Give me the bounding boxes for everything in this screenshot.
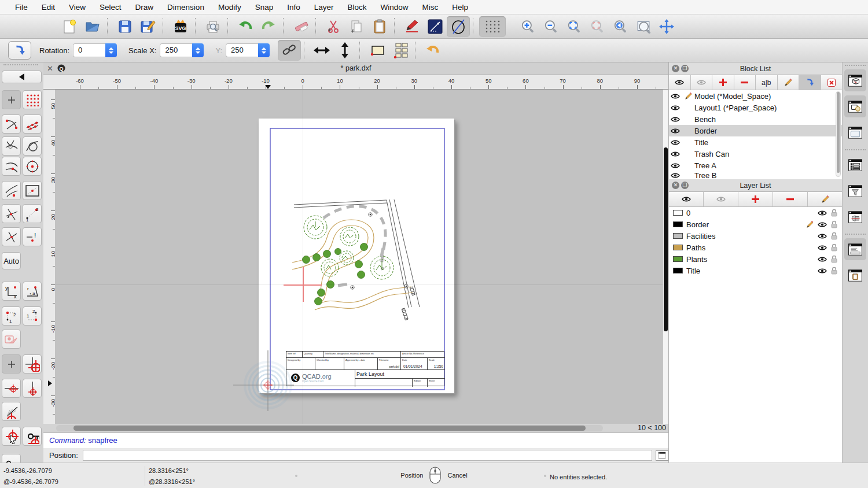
- visibility-eye-icon[interactable]: [818, 210, 827, 216]
- restrict-off-button[interactable]: [2, 330, 21, 349]
- layer-row-facilities[interactable]: Facilities: [669, 230, 842, 242]
- visibility-eye-icon[interactable]: [669, 139, 682, 146]
- block-hide-all-button[interactable]: [691, 75, 713, 90]
- layer-show-all-button[interactable]: [669, 192, 704, 206]
- layer-edit-button[interactable]: [808, 192, 842, 206]
- visibility-eye-icon[interactable]: [669, 151, 682, 157]
- block-row-border[interactable]: Border: [669, 125, 842, 136]
- restrict-orthogonal-button[interactable]: [23, 354, 42, 374]
- undo-last-button[interactable]: [421, 40, 444, 61]
- visibility-eye-icon[interactable]: [669, 105, 682, 111]
- new-file-button[interactable]: [58, 16, 81, 37]
- lock-icon[interactable]: [831, 209, 837, 217]
- layer-row-border[interactable]: Border: [669, 219, 842, 230]
- restrict-horizontal-button[interactable]: [2, 379, 21, 398]
- snap-on-entity-button[interactable]: [23, 114, 42, 134]
- save-button[interactable]: [113, 16, 137, 37]
- block-insert-button[interactable]: [799, 75, 821, 90]
- menu-view[interactable]: View: [62, 3, 93, 12]
- snap-cross-button[interactable]: [2, 227, 21, 246]
- draw-pencil-button[interactable]: [400, 16, 424, 37]
- layer-remove-button[interactable]: [773, 192, 808, 206]
- svg-export-button[interactable]: SVG: [169, 16, 192, 37]
- flip-horizontal-button[interactable]: [310, 40, 333, 61]
- menu-draw[interactable]: Draw: [128, 3, 161, 12]
- layer-row-0[interactable]: 0: [669, 207, 842, 219]
- palette-handle[interactable]: [3, 64, 38, 65]
- menu-file[interactable]: File: [8, 3, 35, 12]
- block-row-model[interactable]: Model (*Model_Space): [669, 90, 842, 102]
- canvas-horizontal-scrollbar-thumb[interactable]: [73, 426, 586, 431]
- scale-x-value[interactable]: 250: [160, 43, 192, 57]
- set-relative-zero-button[interactable]: [2, 427, 21, 446]
- position-input[interactable]: [83, 450, 652, 461]
- visibility-eye-icon[interactable]: [818, 256, 827, 263]
- canvas-vertical-scrollbar-thumb[interactable]: [664, 147, 668, 331]
- redo-button[interactable]: [257, 16, 280, 37]
- rotation-stepper[interactable]: [105, 43, 117, 57]
- scale-x-spinner[interactable]: 250: [160, 43, 204, 57]
- save-as-button[interactable]: [137, 16, 160, 37]
- snap-center-button[interactable]: [23, 157, 42, 176]
- undo-button[interactable]: [234, 16, 257, 37]
- document-tab-title[interactable]: * park.dxf: [43, 64, 668, 72]
- restrict-angle-button[interactable]: [2, 402, 21, 421]
- cut-button[interactable]: [322, 16, 345, 37]
- visibility-eye-icon[interactable]: [669, 172, 682, 179]
- block-rename-button[interactable]: a|b: [756, 75, 778, 90]
- view-list-panel-button[interactable]: [844, 206, 866, 228]
- command-line-toggle-button[interactable]: [656, 450, 668, 461]
- snap-auto-button[interactable]: Auto: [2, 252, 21, 269]
- lock-icon[interactable]: [831, 220, 837, 228]
- paste-button[interactable]: [368, 16, 391, 37]
- canvas-horizontal-scrollbar[interactable]: [56, 425, 603, 431]
- scale-y-stepper[interactable]: [258, 43, 270, 57]
- drawing-canvas[interactable]: Item ref Quantity Title/Name, designatio…: [55, 90, 668, 424]
- lock-icon[interactable]: [831, 232, 837, 240]
- block-show-all-button[interactable]: [669, 75, 691, 90]
- menu-select[interactable]: Select: [93, 3, 128, 12]
- menu-dimension[interactable]: Dimension: [160, 3, 211, 12]
- erase-button[interactable]: [289, 16, 312, 37]
- block-purge-button[interactable]: [821, 75, 843, 90]
- circle-tool-button[interactable]: [447, 16, 470, 37]
- block-row-layout1[interactable]: Layout1 (*Paper_Space): [669, 102, 842, 113]
- menu-window[interactable]: Window: [374, 3, 415, 12]
- layer-row-paths[interactable]: Paths: [669, 242, 842, 253]
- menu-misc[interactable]: Misc: [415, 3, 446, 12]
- scale-y-spinner[interactable]: 250: [226, 43, 270, 57]
- snap-endpoints-button[interactable]: [2, 114, 21, 134]
- zoom-window-button[interactable]: [632, 16, 655, 37]
- insert-array-button[interactable]: [389, 40, 412, 61]
- block-add-button[interactable]: [712, 75, 734, 90]
- menu-help[interactable]: Help: [445, 3, 475, 12]
- coordinate-relative-button[interactable]: 12: [2, 306, 21, 326]
- lock-icon[interactable]: [831, 267, 837, 275]
- view-previous-button[interactable]: [609, 16, 632, 37]
- lock-icon[interactable]: [831, 243, 837, 252]
- scale-y-value[interactable]: 250: [226, 43, 258, 57]
- layer-row-plants[interactable]: Plants: [669, 253, 842, 265]
- block-row-tree-b[interactable]: Tree B: [669, 171, 842, 179]
- insert-block-tool-button[interactable]: [8, 41, 31, 60]
- zoom-out-button[interactable]: [539, 16, 562, 37]
- zoom-in-button[interactable]: [516, 16, 539, 37]
- insert-single-button[interactable]: [366, 40, 389, 61]
- block-edit-button[interactable]: [778, 75, 800, 90]
- snap-tangential-button[interactable]: [23, 136, 42, 156]
- grid-toggle-button[interactable]: [479, 16, 506, 37]
- block-list-scrollbar-thumb[interactable]: [837, 92, 840, 173]
- zoom-auto-button[interactable]: [562, 16, 586, 37]
- restrict-none-button[interactable]: [2, 354, 21, 374]
- copy-button[interactable]: [345, 16, 368, 37]
- open-file-button[interactable]: [81, 16, 104, 37]
- line-tool-button[interactable]: [424, 16, 447, 37]
- visibility-eye-icon[interactable]: [669, 162, 682, 169]
- visibility-eye-icon[interactable]: [818, 221, 827, 228]
- rotation-value[interactable]: 0: [73, 43, 105, 57]
- menu-info[interactable]: Info: [280, 3, 307, 12]
- snap-distance-button[interactable]: 12: [23, 204, 42, 223]
- rotation-spinner[interactable]: 0: [73, 43, 117, 57]
- flip-vertical-button[interactable]: [333, 40, 356, 61]
- visibility-eye-icon[interactable]: [669, 93, 682, 99]
